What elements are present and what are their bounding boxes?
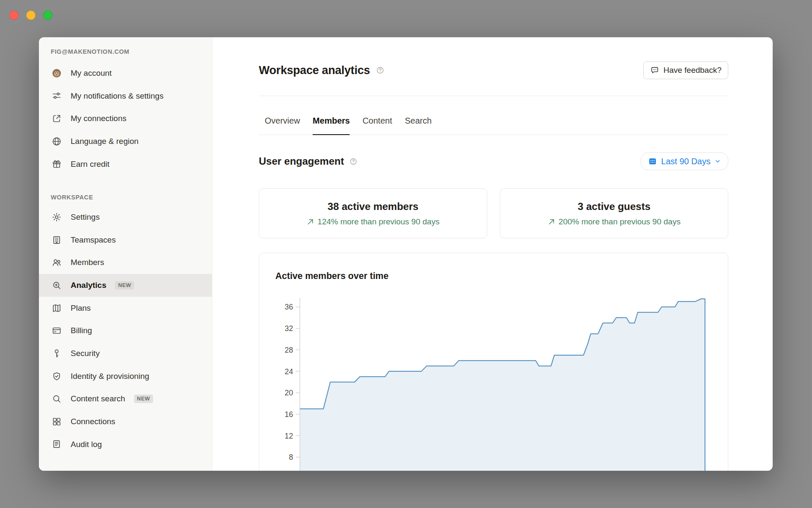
credit-card-icon (52, 326, 62, 336)
sidebar-item-my-connections[interactable]: My connections (39, 107, 212, 130)
page-title: Workspace analytics (259, 64, 370, 77)
workspace-section-header: WORKSPACE (39, 194, 212, 201)
analytics-main-panel: Workspace analytics Have feedback? Overv… (212, 37, 773, 471)
svg-text:16: 16 (285, 410, 293, 419)
building-icon (52, 235, 62, 245)
new-badge: NEW (134, 395, 153, 403)
stat-delta: 124% more than previous 90 days (307, 217, 439, 226)
svg-text:36: 36 (285, 303, 293, 312)
sidebar-item-label: Settings (71, 212, 100, 223)
engagement-stats: 38 active members124% more than previous… (259, 188, 728, 238)
sidebar-item-label: My connections (71, 113, 126, 124)
members-over-time-chart: 363228242016128 (259, 253, 728, 471)
user-engagement-header: User engagement Last 90 Days (259, 152, 728, 171)
help-icon[interactable] (349, 157, 357, 166)
sidebar-item-label: Connections (71, 416, 115, 427)
close-button[interactable] (9, 11, 19, 20)
page-header: Workspace analytics Have feedback? (259, 61, 728, 80)
sidebar-item-connections[interactable]: Connections (39, 410, 212, 433)
sidebar-item-billing[interactable]: Billing (39, 319, 212, 342)
grid-icon (52, 417, 62, 427)
tab-overview[interactable]: Overview (265, 116, 300, 135)
gift-icon (52, 159, 62, 169)
sidebar-item-content-search[interactable]: Content searchNEW (39, 387, 212, 410)
sidebar-item-label: My notifications & settings (71, 91, 164, 102)
sidebar-item-language-region[interactable]: Language & region (39, 130, 212, 153)
sidebar-item-my-notifications-settings[interactable]: My notifications & settings (39, 85, 212, 108)
stat-delta: 200% more than previous 90 days (548, 217, 680, 226)
date-range-dropdown[interactable]: Last 90 Days (641, 152, 728, 170)
account-settings-list: My accountMy notifications & settingsMy … (39, 62, 212, 175)
sidebar-item-label: Billing (71, 325, 92, 336)
sidebar-item-teamspaces[interactable]: Teamspaces (39, 229, 212, 251)
svg-text:20: 20 (285, 389, 293, 397)
sliders-icon (52, 91, 62, 101)
shield-check-icon (52, 371, 62, 381)
chart-search-icon (52, 280, 62, 290)
feedback-button-label: Have feedback? (664, 66, 721, 75)
stat-delta-text: 124% more than previous 90 days (318, 217, 439, 226)
tab-content[interactable]: Content (362, 116, 392, 135)
svg-text:32: 32 (285, 324, 293, 333)
people-icon (52, 257, 62, 268)
sidebar-item-members[interactable]: Members (39, 251, 212, 274)
settings-sidebar: FIG@MAKENOTION.COM My accountMy notifica… (39, 37, 212, 471)
sidebar-item-label: Language & region (71, 136, 139, 147)
feedback-bubble-icon (650, 66, 659, 75)
minimize-button[interactable] (26, 11, 36, 20)
avatar (52, 68, 62, 78)
svg-text:28: 28 (285, 346, 293, 354)
sidebar-item-identity-provisioning[interactable]: Identity & provisioning (39, 365, 212, 388)
sidebar-item-earn-credit[interactable]: Earn credit (39, 153, 212, 176)
stat-value: 38 active members (328, 201, 419, 213)
sidebar-item-my-account[interactable]: My account (39, 62, 212, 85)
sidebar-item-label: Plans (71, 303, 91, 314)
svg-text:8: 8 (289, 453, 293, 461)
sidebar-item-label: Security (71, 348, 100, 359)
sidebar-item-label: Audit log (71, 439, 102, 450)
svg-text:24: 24 (285, 367, 293, 376)
tab-members[interactable]: Members (313, 116, 350, 135)
arrow-out-icon (52, 113, 62, 124)
gear-icon (52, 212, 62, 222)
chart-title: Active members over time (275, 271, 389, 282)
date-range-label: Last 90 Days (661, 157, 710, 166)
stat-delta-text: 200% more than previous 90 days (559, 217, 680, 226)
trend-up-icon (307, 218, 314, 226)
help-icon[interactable] (376, 66, 384, 75)
sidebar-item-audit-log[interactable]: Audit log (39, 433, 212, 456)
key-icon (52, 348, 62, 359)
workspace-settings-list: SettingsTeamspacesMembersAnalyticsNEWPla… (39, 206, 212, 456)
settings-dialog: FIG@MAKENOTION.COM My accountMy notifica… (39, 37, 773, 471)
sidebar-item-label: Identity & provisioning (71, 371, 149, 382)
svg-text:12: 12 (285, 432, 293, 440)
account-email-header: FIG@MAKENOTION.COM (39, 48, 212, 55)
trend-up-icon (548, 218, 555, 226)
sidebar-item-plans[interactable]: Plans (39, 297, 212, 320)
sidebar-item-label: Content search (71, 393, 125, 404)
stat-card-0: 38 active members124% more than previous… (259, 188, 487, 238)
stat-value: 3 active guests (578, 201, 650, 213)
chevron-down-icon (714, 158, 721, 165)
globe-icon (52, 136, 62, 146)
active-members-chart-card: Active members over time 363228242016128 (259, 253, 728, 471)
calendar-icon (648, 157, 657, 166)
sidebar-item-label: Analytics (71, 280, 106, 291)
sidebar-item-label: Members (71, 257, 104, 268)
sidebar-item-settings[interactable]: Settings (39, 206, 212, 229)
audit-log-icon (52, 439, 62, 449)
sidebar-item-label: My account (71, 68, 112, 79)
zoom-button[interactable] (43, 11, 52, 20)
user-engagement-title: User engagement (259, 155, 344, 167)
analytics-tabs: OverviewMembersContentSearch (259, 96, 728, 135)
window-controls (9, 11, 52, 20)
sidebar-item-label: Earn credit (71, 159, 110, 170)
sidebar-item-label: Teamspaces (71, 235, 116, 246)
new-badge: NEW (115, 281, 134, 290)
map-icon (52, 303, 62, 313)
sidebar-item-security[interactable]: Security (39, 342, 212, 365)
sidebar-item-analytics[interactable]: AnalyticsNEW (39, 274, 212, 297)
have-feedback-button[interactable]: Have feedback? (643, 61, 728, 79)
stat-card-1: 3 active guests200% more than previous 9… (500, 188, 728, 238)
tab-search[interactable]: Search (405, 116, 431, 135)
